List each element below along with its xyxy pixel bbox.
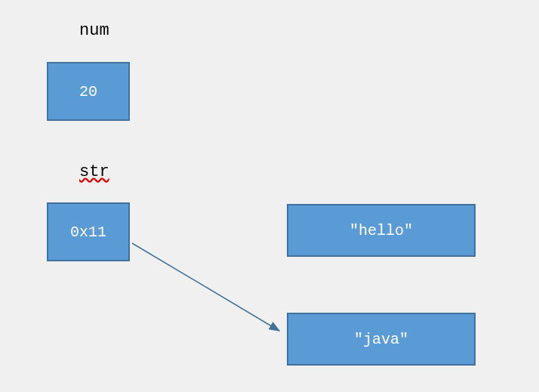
box-hello: "hello": [287, 204, 476, 257]
java-value-text: "java": [354, 331, 408, 348]
box-num-value: 20: [47, 62, 130, 121]
str-value-text: 0x11: [70, 224, 106, 241]
hello-value-text: "hello": [350, 222, 413, 239]
svg-line-1: [132, 243, 279, 331]
num-value-text: 20: [79, 83, 97, 100]
box-str-value: 0x11: [47, 202, 130, 261]
label-num: num: [79, 21, 109, 40]
box-java: "java": [287, 313, 476, 366]
label-str: str: [79, 162, 109, 181]
